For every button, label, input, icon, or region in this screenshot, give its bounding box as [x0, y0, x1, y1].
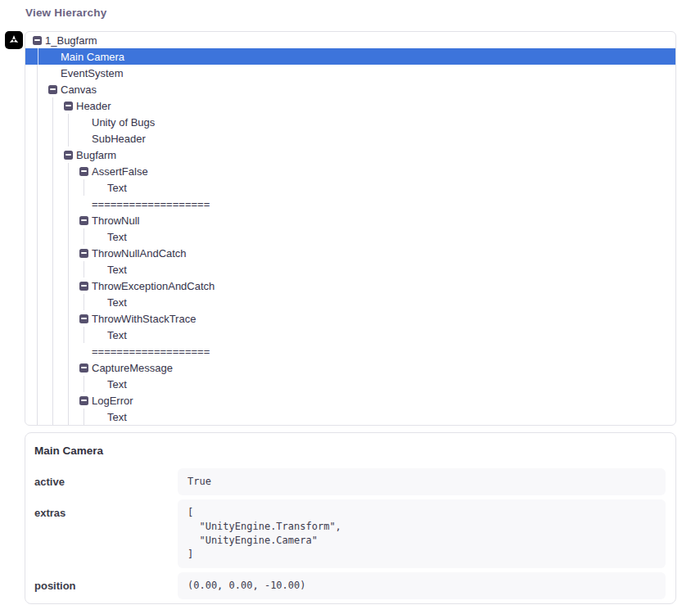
collapse-toggle-icon[interactable] [79, 363, 88, 372]
tree-node[interactable]: CaptureMessage [79, 359, 675, 376]
hierarchy-tree: 1_BugfarmMain CameraEventSystemCanvasHea… [25, 32, 675, 425]
tree-node-label: Main Camera [61, 51, 124, 63]
tree-node-label: ThrowNullAndCatch [92, 247, 187, 260]
tree-node-label: EventSystem [61, 67, 124, 79]
collapse-toggle-icon[interactable] [79, 167, 88, 176]
tree-node-label: =================== [92, 345, 210, 358]
property-row: activeTrue [34, 468, 666, 495]
details-panel: Main Camera activeTrueextras[ "UnityEngi… [25, 432, 676, 604]
tree-node-label: ThrowWithStackTrace [92, 313, 196, 325]
tree-node-label: =================== [92, 198, 210, 210]
tree-node-label: ThrowNull [92, 214, 140, 227]
tree-node[interactable]: Text [95, 409, 675, 425]
collapse-toggle-icon[interactable] [64, 102, 73, 111]
tree-node-label: SubHeader [92, 133, 146, 145]
tree-node-label: Bugfarm [76, 149, 116, 161]
property-row: position(0.00, 0.00, -10.00) [34, 572, 666, 599]
collapse-toggle-icon[interactable] [64, 151, 73, 160]
tree-node[interactable]: Main Camera [48, 48, 675, 65]
tree-children: Text [84, 179, 675, 196]
collapse-toggle-icon[interactable] [79, 396, 88, 405]
tree-children: HeaderUnity of BugsSubHeaderBugfarmAsser… [52, 97, 675, 425]
collapse-toggle-icon[interactable] [79, 314, 88, 323]
tree-node[interactable]: Header [64, 97, 675, 114]
property-value: [ "UnityEngine.Transform", "UnityEngine.… [178, 499, 666, 568]
collapse-toggle-icon[interactable] [79, 249, 88, 258]
tree-node-label: Text [107, 264, 127, 276]
tree-node[interactable]: EventSystem [48, 65, 675, 81]
property-row: extras[ "UnityEngine.Transform", "UnityE… [34, 499, 666, 568]
tree-node[interactable]: ThrowNullAndCatch [79, 245, 675, 261]
details-title: Main Camera [34, 445, 666, 457]
property-value: True [178, 468, 666, 495]
tree-children: Text [84, 409, 675, 425]
tree-node-label: 1_Bugfarm [45, 34, 97, 47]
collapse-toggle-icon[interactable] [33, 36, 42, 45]
tree-node[interactable]: Canvas [48, 81, 675, 97]
tree-children: Text [84, 294, 675, 310]
collapse-toggle-icon[interactable] [48, 85, 57, 94]
tree-guide-line [38, 48, 38, 65]
tree-node[interactable]: Text [95, 179, 675, 196]
tree-node-label: Text [107, 296, 127, 309]
tree-node[interactable]: ThrowWithStackTrace [79, 310, 675, 327]
tree-node-label: Text [107, 329, 127, 341]
tree-children: AssertFalseText===================ThrowN… [68, 163, 675, 425]
tree-node-label: Canvas [61, 84, 97, 96]
tree-node[interactable]: Bugfarm [64, 147, 675, 163]
page-title: View Hierarchy [25, 7, 106, 19]
tree-node-label: LogError [92, 395, 133, 407]
tree-children: Unity of BugsSubHeader [68, 114, 675, 147]
tree-node[interactable]: 1_Bugfarm [33, 32, 675, 48]
tree-node[interactable]: AssertFalse [79, 163, 675, 179]
tree-node[interactable]: Text [95, 327, 675, 343]
collapse-toggle-icon[interactable] [79, 216, 88, 225]
tree-separator-node[interactable]: =================== [79, 343, 675, 359]
tree-node[interactable]: Unity of Bugs [79, 114, 675, 130]
tree-node[interactable]: ThrowExceptionAndCatch [79, 278, 675, 294]
tree-node-label: ThrowExceptionAndCatch [92, 280, 215, 292]
tree-node-label: Unity of Bugs [92, 116, 155, 129]
tree-children: Main CameraEventSystemCanvasHeaderUnity … [37, 48, 675, 425]
tree-node[interactable]: Text [95, 294, 675, 310]
property-label: position [34, 572, 178, 592]
tree-separator-node[interactable]: =================== [79, 196, 675, 212]
tree-node[interactable]: Text [95, 228, 675, 245]
unity-logo-icon [5, 31, 23, 49]
collapse-toggle-icon[interactable] [79, 282, 88, 291]
tree-node-label: CaptureMessage [92, 362, 173, 374]
tree-children: Text [84, 228, 675, 245]
tree-node-label: Header [76, 100, 111, 112]
property-value: (0.00, 0.00, -10.00) [178, 572, 666, 599]
tree-children: Text [84, 261, 675, 278]
tree-node[interactable]: ThrowNull [79, 212, 675, 228]
tree-node[interactable]: SubHeader [79, 130, 675, 147]
tree-node[interactable]: LogError [79, 392, 675, 409]
tree-children: Text [84, 376, 675, 392]
property-rows: activeTrueextras[ "UnityEngine.Transform… [34, 468, 666, 599]
hierarchy-panel: 1_BugfarmMain CameraEventSystemCanvasHea… [25, 31, 676, 426]
tree-node[interactable]: Text [95, 261, 675, 278]
tree-node-label: Text [107, 411, 127, 423]
property-label: extras [34, 499, 178, 519]
tree-node[interactable]: Text [95, 376, 675, 392]
tree-children: Text [84, 327, 675, 343]
property-label: active [34, 468, 178, 488]
tree-node-label: Text [107, 378, 127, 391]
tree-node-label: AssertFalse [92, 165, 148, 178]
tree-node-label: Text [107, 182, 127, 194]
tree-node-label: Text [107, 231, 127, 243]
